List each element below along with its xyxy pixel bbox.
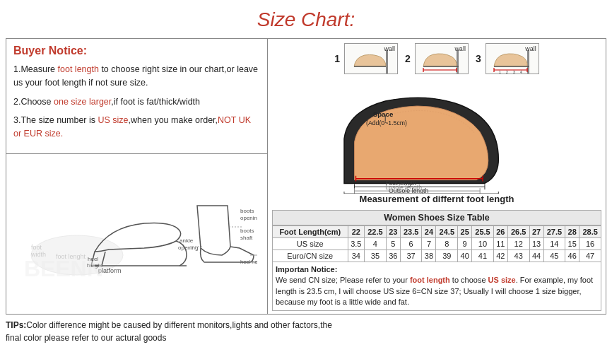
col-22.5: 22.5 [365,226,387,238]
us-8: 8 [436,238,458,250]
svg-text:heel height: heel height [240,259,257,265]
us-4: 4 [365,238,387,250]
svg-text:BEENN: BEENN [24,256,103,281]
euro-43: 43 [507,250,529,262]
col-26: 26 [493,226,507,238]
euro-size-label: Euro/CN size [273,250,348,262]
euro-34: 34 [348,250,365,262]
size-table: Foot Length(cm) 22 22.5 23 23.5 24 24.5 … [272,225,601,262]
euro-37: 37 [400,250,422,262]
col-24.5: 24.5 [436,226,458,238]
col-25.5: 25.5 [472,226,494,238]
euro-39: 39 [436,250,458,262]
important-notice: Importan Notice: We send CN size; Please… [272,262,601,311]
tips-text-3: final color please refer to our actural … [6,333,166,343]
col-26.5: 26.5 [507,226,529,238]
col-28.5: 28.5 [579,226,601,238]
us-11: 11 [493,238,507,250]
step-3-wall: wall [525,45,536,52]
buyer-notice: Buyer Notice: 1.Measure foot length to c… [6,39,267,154]
notice-2-after: ,if foot is fat/thick/width [111,97,200,107]
euro-42: 42 [493,250,507,262]
euro-44: 44 [529,250,543,262]
tips-bar: TIPs:Color difference might be caused by… [0,315,612,348]
buyer-notice-title: Buyer Notice: [13,45,260,57]
euro-45: 45 [543,250,565,262]
col-23: 23 [386,226,400,238]
col-25: 25 [458,226,472,238]
euro-40: 40 [458,250,472,262]
measurement-section: 1 wall 2 wall [268,39,606,207]
svg-text:opening: opening [240,215,257,221]
foot-measurement-svg: Space (Add(0~1.5cm) Foot length Lnsole l… [317,77,557,194]
euro-46: 46 [565,250,579,262]
page-title: Size Chart: [0,0,612,38]
svg-text:ankle: ankle [180,237,194,244]
euro-41: 41 [472,250,494,262]
svg-text:2: 2 [506,70,508,74]
us-3.5: 3.5 [348,238,365,250]
euro-47: 47 [579,250,601,262]
size-table-section: Women Shoes Size Table Foot Length(cm) 2… [268,207,606,314]
shoe-diagram: foot lenght foot width platform heel [6,154,267,314]
tips-text-2: other factors,the [269,320,332,330]
col-27: 27 [529,226,543,238]
step-1-box: wall [344,43,398,74]
svg-text:4: 4 [520,70,522,74]
step-3-box: wall 1 2 3 4 [486,43,539,74]
svg-rect-19 [386,50,388,74]
notice-2-before: 2.Choose [13,97,54,107]
step-1-wall: wall [384,45,396,52]
step-1-num: 1 [334,53,340,64]
table-row-euro: Euro/CN size 34 35 36 37 38 39 40 41 42 … [273,250,601,262]
notice-3-highlight1: US size [98,115,129,125]
us-15: 15 [565,238,579,250]
col-23.5: 23.5 [400,226,422,238]
svg-text:3: 3 [513,70,515,74]
tips-text: Color difference might be caused by diff… [26,320,254,330]
notice-3-before: 3.The size number is [13,115,98,125]
svg-text:foot: foot [31,244,42,251]
important-notice-text-before: We send CN size; Please refer to your [276,276,410,284]
svg-text:boots: boots [240,208,254,214]
notice-3-middle: ,when you make order, [129,115,218,125]
step-2-wall: wall [454,45,466,52]
important-foot-length: foot length [410,276,450,284]
table-row-us: US size 3.5 4 5 6 7 8 9 10 11 12 13 14 1… [273,238,601,250]
right-panel: 1 wall 2 wall [268,39,606,314]
svg-text:opening: opening [178,245,198,251]
notice-point-1: 1.Measure foot length to choose right si… [13,63,260,90]
tips-label: TIPs: [6,320,26,330]
size-table-title: Women Shoes Size Table [272,210,601,225]
notice-1-before: 1.Measure [13,64,58,74]
us-12: 12 [507,238,529,250]
svg-text:1: 1 [499,70,501,74]
left-panel: Buyer Notice: 1.Measure foot length to c… [6,39,268,314]
main-content: Buyer Notice: 1.Measure foot length to c… [6,38,606,315]
svg-text:boots: boots [240,228,254,234]
foot-diagram-area: Space (Add(0~1.5cm) Foot length Lnsole l… [273,77,600,194]
us-6: 6 [400,238,422,250]
us-5: 5 [386,238,400,250]
important-us-size: US size [488,276,516,284]
us-14: 14 [543,238,565,250]
table-header-row: Foot Length(cm) 22 22.5 23 23.5 24 24.5 … [273,226,601,238]
and-text: and [254,320,269,330]
us-13: 13 [529,238,543,250]
us-7: 7 [422,238,436,250]
us-size-label: US size [273,238,348,250]
notice-1-highlight: foot length [58,64,99,74]
euro-36: 36 [386,250,400,262]
svg-text:(Add(0~1.5cm): (Add(0~1.5cm) [366,119,407,127]
svg-text:shaft: shaft [240,235,253,241]
important-notice-text-mid: to choose [450,276,488,284]
measurement-title: Measurement of differnt foot length [360,194,514,204]
notice-2-highlight: one size larger [54,97,111,107]
step-2-num: 2 [405,53,411,64]
col-27.5: 27.5 [543,226,565,238]
svg-text:Space: Space [373,110,394,118]
notice-point-3: 3.The size number is US size,when you ma… [13,114,260,141]
important-notice-label: Importan Notice: [276,265,337,274]
euro-35: 35 [365,250,387,262]
us-9: 9 [458,238,472,250]
